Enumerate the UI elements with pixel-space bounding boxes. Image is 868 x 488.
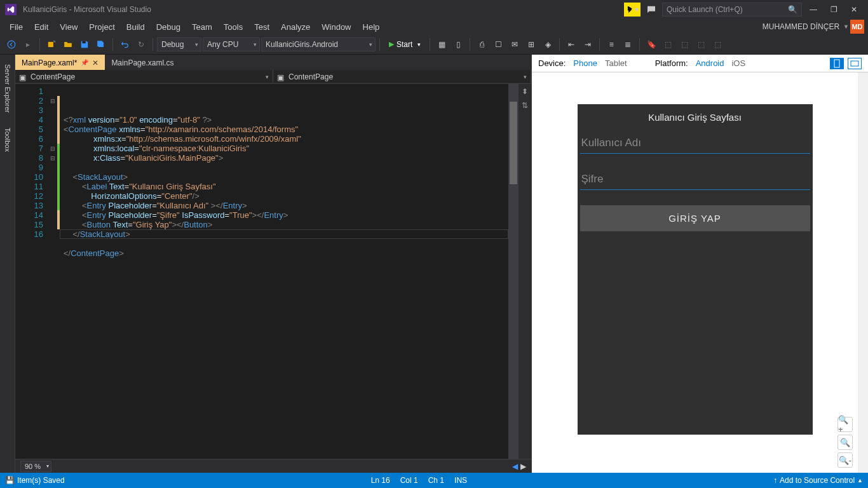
orientation-landscape-button[interactable]: [848, 58, 862, 69]
close-button[interactable]: ✕: [845, 3, 863, 17]
platform-ios-option[interactable]: iOS: [731, 58, 745, 68]
preview-scrollbar[interactable]: [858, 72, 868, 473]
username-entry[interactable]: Kullanıcı Adı: [580, 133, 810, 154]
bookmark-button[interactable]: 🔖: [644, 37, 659, 52]
login-button[interactable]: GİRİŞ YAP: [580, 205, 810, 231]
quick-launch-input[interactable]: Quick Launch (Ctrl+Q) 🔍: [662, 3, 802, 17]
main-area: Server Explorer Toolbox MainPage.xaml* 📌…: [0, 55, 868, 473]
save-button[interactable]: [77, 37, 92, 52]
toolbar-icon-8[interactable]: ⬚: [660, 37, 675, 52]
status-ins[interactable]: INS: [454, 476, 467, 485]
redo-button[interactable]: ↻: [133, 37, 149, 52]
save-all-button[interactable]: [93, 37, 109, 52]
uncomment-button[interactable]: ≣: [620, 37, 635, 52]
menu-edit[interactable]: Edit: [29, 20, 54, 34]
menu-debug[interactable]: Debug: [151, 20, 186, 34]
vs-logo-icon: [5, 4, 17, 15]
split-window-icon[interactable]: ⬍: [520, 86, 530, 97]
nav-fwd-button[interactable]: ▸: [20, 37, 36, 52]
zoom-reset-button[interactable]: 🔍: [837, 435, 853, 450]
menu-tools[interactable]: Tools: [218, 20, 248, 34]
status-bar: 💾Item(s) Saved Ln 16 Col 1 Ch 1 INS ↑Add…: [0, 473, 868, 488]
menu-bar: FileEditViewProjectBuildDebugTeamToolsTe…: [0, 19, 868, 34]
platform-android-option[interactable]: Android: [696, 58, 724, 68]
editor-margin-tools: ⬍ ⇅: [519, 84, 531, 459]
toolbar-icon-11[interactable]: ⬚: [710, 37, 725, 52]
window-title: KullaniciGiris - Microsoft Visual Studio: [23, 5, 624, 14]
scroll-h-icon[interactable]: ▶: [520, 462, 526, 471]
zoom-combo[interactable]: 90 %: [20, 461, 51, 472]
nav-member-combo[interactable]: ▣ContentPage: [273, 70, 531, 83]
fold-gutter[interactable]: ⊟⊟⊟: [48, 84, 57, 459]
undo-button[interactable]: [117, 37, 132, 52]
signed-in-user[interactable]: MUHAMMED DİNÇER: [759, 22, 843, 31]
toolbar-icon-6[interactable]: ⊞: [524, 37, 539, 52]
pin-icon[interactable]: 📌: [81, 59, 88, 66]
menu-view[interactable]: View: [54, 20, 83, 34]
server-explorer-tab[interactable]: Server Explorer: [1, 57, 14, 119]
status-col[interactable]: Col 1: [400, 476, 418, 485]
new-project-button[interactable]: [44, 37, 59, 52]
zoom-out-button[interactable]: 🔍-: [837, 452, 853, 468]
menu-team[interactable]: Team: [186, 20, 218, 34]
menu-test[interactable]: Test: [248, 20, 275, 34]
search-icon: 🔍: [788, 5, 797, 14]
left-tool-tabs: Server Explorer Toolbox: [0, 55, 15, 473]
menu-file[interactable]: File: [4, 20, 29, 34]
toolbar-icon-5[interactable]: ✉: [507, 37, 522, 52]
toolbar-icon-9[interactable]: ⬚: [677, 37, 692, 52]
open-file-button[interactable]: [60, 37, 76, 52]
toolbar-icon-7[interactable]: ◈: [540, 37, 555, 52]
tab-mainpage-xaml[interactable]: MainPage.xaml* 📌 ✕: [15, 55, 105, 70]
app-title-label: Kullanıcı Giriş Sayfası: [578, 109, 813, 129]
menu-window[interactable]: Window: [316, 20, 356, 34]
code-content[interactable]: <?xml version="1.0" encoding="utf-8" ?><…: [60, 84, 508, 459]
orientation-portrait-button[interactable]: [830, 58, 844, 69]
menu-analyze[interactable]: Analyze: [275, 20, 316, 34]
status-line[interactable]: Ln 16: [371, 476, 390, 485]
toolbar-icon-2[interactable]: ▯: [451, 37, 466, 52]
start-debug-button[interactable]: ▶Start▾: [384, 37, 426, 52]
comment-button[interactable]: ≡: [604, 37, 619, 52]
feedback-icon[interactable]: [643, 3, 660, 17]
menu-project[interactable]: Project: [83, 20, 120, 34]
solution-platform-combo[interactable]: Any CPU: [203, 37, 260, 51]
svg-rect-3: [834, 60, 839, 67]
device-phone-option[interactable]: Phone: [573, 58, 597, 68]
no-issues-icon[interactable]: ◀: [512, 462, 518, 471]
device-tablet-option[interactable]: Tablet: [605, 58, 627, 68]
nav-back-button[interactable]: [4, 37, 19, 52]
add-source-control-button[interactable]: ↑Add to Source Control▲: [773, 476, 863, 485]
toolbar-icon-1[interactable]: ▦: [434, 37, 449, 52]
swap-panes-icon[interactable]: ⇅: [520, 100, 530, 111]
menu-build[interactable]: Build: [121, 20, 151, 34]
platform-label: Platform:: [655, 58, 688, 68]
publish-icon: ↑: [773, 476, 777, 485]
password-entry[interactable]: Şifre: [580, 169, 810, 190]
user-avatar[interactable]: MD: [850, 20, 864, 34]
indent-more-button[interactable]: ⇥: [580, 37, 595, 52]
toolbar-icon-3[interactable]: ⎙: [474, 37, 489, 52]
startup-project-combo[interactable]: KullaniciGiris.Android: [261, 37, 376, 51]
minimize-button[interactable]: —: [804, 3, 822, 17]
nav-type-combo[interactable]: ▣ContentPage: [15, 70, 273, 83]
editor-scrollbar[interactable]: [508, 84, 519, 459]
toolbox-tab[interactable]: Toolbox: [1, 121, 14, 159]
main-toolbar: ▸ ↻ Debug Any CPU KullaniciGiris.Android…: [0, 34, 868, 55]
menu-help[interactable]: Help: [357, 20, 386, 34]
zoom-in-button[interactable]: 🔍+: [837, 417, 853, 432]
xaml-previewer: Device: Phone Tablet Platform: Android i…: [531, 55, 868, 473]
toolbar-icon-4[interactable]: ☐: [491, 37, 506, 52]
close-icon[interactable]: ✕: [92, 58, 98, 67]
preview-toolbar: Device: Phone Tablet Platform: Android i…: [532, 55, 868, 72]
tab-mainpage-cs[interactable]: MainPage.xaml.cs: [105, 55, 180, 70]
code-editor[interactable]: 12345678910111213141516 ⊟⊟⊟ <?xml versio…: [15, 84, 531, 459]
indent-less-button[interactable]: ⇤: [564, 37, 579, 52]
notifications-flag-icon[interactable]: ▾: [624, 3, 641, 17]
status-ch[interactable]: Ch 1: [428, 476, 444, 485]
contentpage-icon: ▣: [277, 73, 285, 81]
restore-button[interactable]: ❐: [825, 3, 843, 17]
preview-canvas[interactable]: Kullanıcı Giriş Sayfası Kullanıcı Adı Şi…: [532, 72, 858, 473]
solution-config-combo[interactable]: Debug: [157, 37, 201, 51]
toolbar-icon-10[interactable]: ⬚: [693, 37, 709, 52]
